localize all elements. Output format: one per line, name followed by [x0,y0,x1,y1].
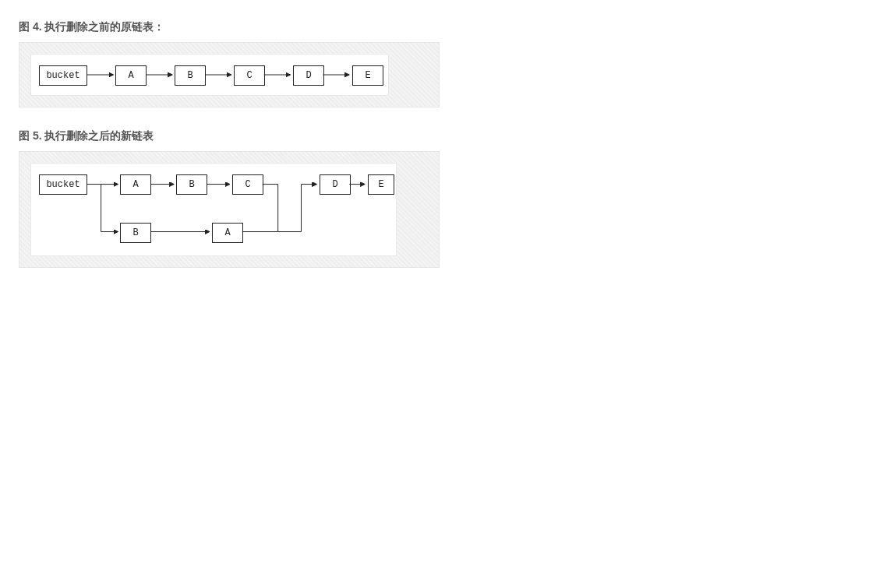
figure-4-panel: bucket A B C D E [19,42,440,107]
figure-5-canvas: bucket A B C D E B A [30,163,397,256]
figure-5-title: 图 5. 执行删除之后的新链表 [19,129,864,143]
figure-4-arrows [31,55,388,95]
page: 图 4. 执行删除之前的原链表： bucket A B C D E [0,0,883,283]
figure-5-panel: bucket A B C D E B A [19,151,440,268]
figure-5-arrows [31,164,396,255]
figure-4-title: 图 4. 执行删除之前的原链表： [19,20,864,34]
figure-4-canvas: bucket A B C D E [30,54,389,96]
